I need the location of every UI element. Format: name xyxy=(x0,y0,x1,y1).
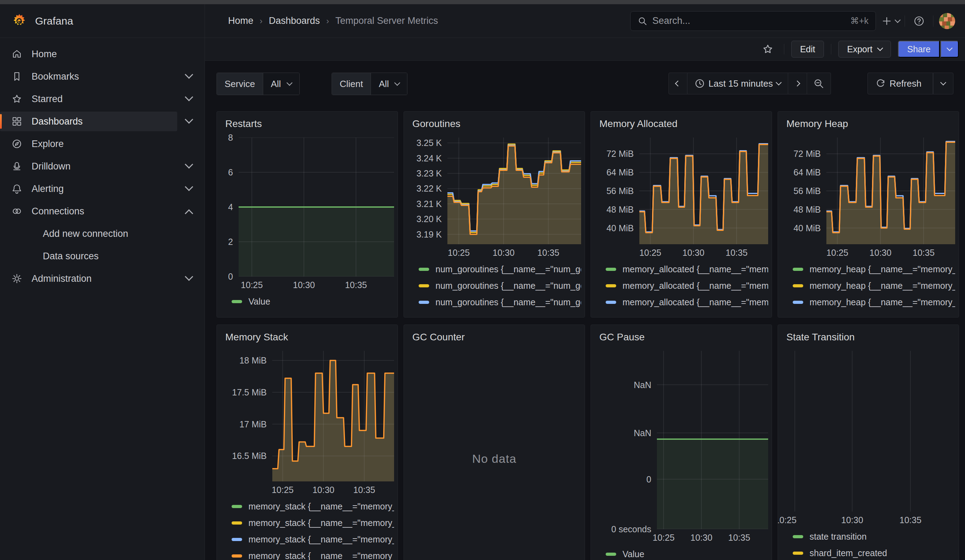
breadcrumb-dashboards[interactable]: Dashboards xyxy=(269,15,320,26)
share-button[interactable]: Share xyxy=(898,41,940,57)
export-button[interactable]: Export xyxy=(838,41,891,57)
panel-title: Memory Heap xyxy=(787,118,848,129)
edit-button[interactable]: Edit xyxy=(791,41,824,57)
y-tick-label: 40 MiB xyxy=(606,223,634,233)
legend-series-marker xyxy=(793,552,803,555)
x-tick-label: 10:30 xyxy=(870,248,891,258)
sidebar-item-add-new-connection[interactable]: Add new connection xyxy=(0,223,204,244)
sidebar-item-administration[interactable]: Administration xyxy=(0,268,204,289)
zoom-out-button[interactable] xyxy=(807,73,831,95)
chart-plot[interactable]: NaNNaN00 seconds xyxy=(597,351,768,529)
chevron-down-icon[interactable] xyxy=(185,160,193,168)
refresh-button[interactable]: Refresh xyxy=(867,73,933,95)
chevron-down-icon[interactable] xyxy=(185,93,193,101)
legend-item[interactable]: Value xyxy=(606,546,768,560)
legend-item[interactable]: num_goroutines {__name__="num_goroutines… xyxy=(419,278,581,294)
refresh-interval-button[interactable] xyxy=(933,73,954,95)
sidebar-item-starred[interactable]: Starred xyxy=(0,88,204,109)
sidebar-item-connections[interactable]: Connections xyxy=(0,201,204,222)
chart-plot[interactable]: 72 MiB64 MiB56 MiB48 MiB40 MiB xyxy=(597,137,768,244)
legend-item[interactable]: memory_stack {__name__="memory_stack", i… xyxy=(232,531,394,548)
legend-item[interactable]: memory_stack {__name__="memory_stack", i… xyxy=(232,515,394,531)
add-new-button[interactable] xyxy=(882,12,900,30)
legend-item[interactable]: shard_item_created xyxy=(793,545,955,560)
chevron-up-icon[interactable] xyxy=(185,209,193,217)
legend-series-marker xyxy=(419,268,429,271)
refresh-icon xyxy=(875,78,886,89)
legend-item[interactable]: memory_allocated {__name__="memory_alloc… xyxy=(606,278,768,294)
breadcrumb-home[interactable]: Home xyxy=(228,15,254,26)
legend-item[interactable]: memory_heap {__name__="memory_heap", ins… xyxy=(793,310,955,314)
chevron-down-icon[interactable] xyxy=(185,115,193,124)
client-filter[interactable]: Client All xyxy=(332,73,407,95)
time-range-picker[interactable]: Last 15 minutes xyxy=(687,73,788,95)
legend-item[interactable]: state transition xyxy=(793,528,955,545)
help-button[interactable] xyxy=(910,12,928,30)
sidebar-item-data-sources[interactable]: Data sources xyxy=(0,246,204,267)
legend-series-marker xyxy=(419,284,429,287)
legend-series-label: num_goroutines {__name__="num_goroutines… xyxy=(435,314,581,314)
panel-header[interactable]: Memory Stack xyxy=(217,325,397,348)
chart-plot[interactable]: 3.25 K3.24 K3.23 K3.22 K3.21 K3.20 K3.19… xyxy=(409,137,581,244)
legend-series-label: Value xyxy=(249,297,394,307)
sidebar-item-alerting[interactable]: Alerting xyxy=(0,178,204,199)
panel-header[interactable]: GC Counter xyxy=(404,325,585,348)
sidebar-item-explore[interactable]: Explore xyxy=(0,133,204,154)
legend-item[interactable]: memory_allocated {__name__="memory_alloc… xyxy=(606,261,768,278)
chart-plot[interactable] xyxy=(783,351,955,511)
avatar[interactable] xyxy=(939,13,955,29)
time-shift-back-button[interactable] xyxy=(669,73,687,95)
breadcrumb-bar: Home › Dashboards › Temporal Server Metr… xyxy=(205,4,965,38)
sidebar-item-bookmarks[interactable]: Bookmarks xyxy=(0,66,204,87)
panel-header[interactable]: Memory Heap xyxy=(778,112,959,134)
legend-item[interactable]: memory_heap {__name__="memory_heap", ins… xyxy=(793,261,955,278)
legend-item[interactable]: memory_heap {__name__="memory_heap", ins… xyxy=(793,278,955,294)
legend-item[interactable]: memory_heap {__name__="memory_heap", ins… xyxy=(793,294,955,310)
share-menu-button[interactable] xyxy=(940,41,959,57)
panel-header[interactable]: GC Pause xyxy=(591,325,772,348)
panel-header[interactable]: Goroutines xyxy=(404,112,585,134)
sidebar-item-dashboards[interactable]: Dashboards xyxy=(0,111,204,132)
sidebar-item-drilldown[interactable]: Drilldown xyxy=(0,156,204,177)
brand-name[interactable]: Grafana xyxy=(35,15,73,27)
chart-plot[interactable]: 86420 xyxy=(222,137,394,276)
legend-item[interactable]: Value xyxy=(232,293,394,310)
legend-item[interactable]: memory_stack {__name__="memory_stack", i… xyxy=(232,548,394,560)
panel-header[interactable]: Restarts xyxy=(217,112,397,134)
service-filter[interactable]: Service All xyxy=(216,73,300,95)
legend-item[interactable]: num_goroutines {__name__="num_goroutines… xyxy=(419,310,581,314)
grafana-logo-icon[interactable] xyxy=(11,13,27,29)
legend-series-marker xyxy=(232,505,242,508)
panel-header[interactable]: Memory Allocated xyxy=(591,112,772,134)
legend-item[interactable]: memory_allocated {__name__="memory_alloc… xyxy=(606,310,768,314)
legend-item[interactable]: memory_stack {__name__="memory_stack", i… xyxy=(232,498,394,515)
chevron-down-icon[interactable] xyxy=(185,272,193,281)
panel-memory-allocated: Memory Allocated 72 MiB64 MiB56 MiB48 Mi… xyxy=(590,111,772,318)
sidebar-item-home[interactable]: Home xyxy=(0,44,204,65)
y-tick-label: 48 MiB xyxy=(793,204,821,214)
legend-series-marker xyxy=(793,268,803,271)
x-tick-label: 10:30 xyxy=(293,280,315,290)
chart-plot[interactable]: 72 MiB64 MiB56 MiB48 MiB40 MiB xyxy=(783,137,955,244)
y-axis: 86420 xyxy=(222,137,239,276)
time-shift-forward-button[interactable] xyxy=(788,73,807,95)
chevron-down-icon[interactable] xyxy=(185,70,193,78)
legend-item[interactable]: memory_allocated {__name__="memory_alloc… xyxy=(606,294,768,310)
plus-icon xyxy=(882,16,892,26)
y-tick-label: 16.5 MiB xyxy=(232,451,267,461)
legend-item[interactable]: num_goroutines {__name__="num_goroutines… xyxy=(419,261,581,278)
legend-series-label: state transition xyxy=(810,532,955,542)
search-input[interactable]: Search... ⌘+k xyxy=(630,11,876,31)
panel-header[interactable]: State Transition xyxy=(778,325,959,348)
chart-plot[interactable]: 18 MiB17.5 MiB17 MiB16.5 MiB xyxy=(222,351,394,482)
y-tick-label: 64 MiB xyxy=(793,167,821,178)
divider xyxy=(784,44,784,54)
legend-item[interactable]: num_goroutines {__name__="num_goroutines… xyxy=(419,294,581,310)
x-tick-label: 10:25 xyxy=(241,280,263,290)
legend-series-label: memory_allocated {__name__="memory_alloc… xyxy=(623,281,768,291)
divider xyxy=(904,15,905,27)
favorite-star-icon[interactable] xyxy=(759,40,777,58)
legend-series-marker xyxy=(793,535,803,538)
y-axis: NaNNaN00 seconds xyxy=(597,351,657,529)
chevron-down-icon[interactable] xyxy=(185,183,193,191)
